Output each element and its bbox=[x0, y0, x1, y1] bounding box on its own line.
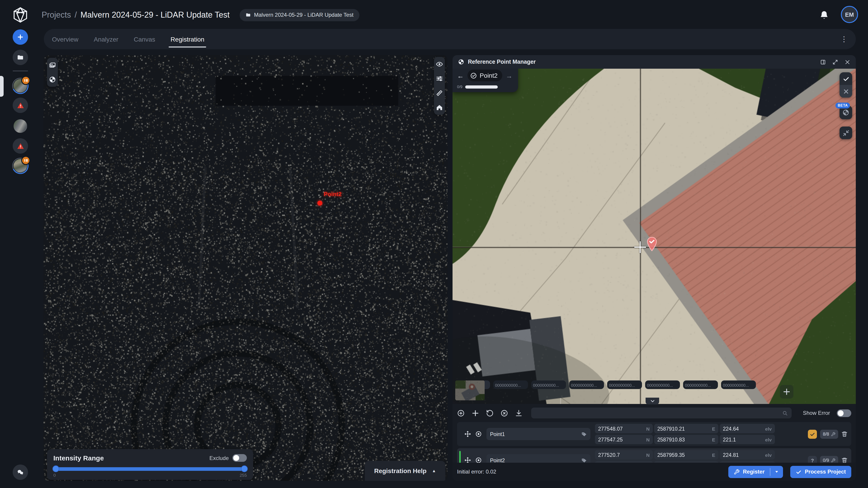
sliders-icon bbox=[436, 75, 443, 82]
aerial-canvas[interactable] bbox=[453, 69, 856, 404]
breadcrumb-projects-link[interactable]: Projects bbox=[41, 10, 71, 20]
registration-help-button[interactable]: Registration Help ▲ bbox=[365, 461, 445, 481]
tab-registration[interactable]: Registration bbox=[170, 33, 205, 45]
beta-badge: BETA bbox=[835, 103, 850, 108]
tab-canvas[interactable]: Canvas bbox=[133, 33, 156, 45]
sidebar-project-thumb-3[interactable] bbox=[12, 158, 29, 174]
user-avatar[interactable]: EM bbox=[841, 6, 858, 23]
coord-field-e[interactable]: 2587910.83E bbox=[654, 435, 718, 444]
image-thumbnail[interactable]: 0000000000... bbox=[569, 381, 604, 389]
app-logo-icon[interactable] bbox=[12, 6, 29, 24]
expand-panel-button[interactable] bbox=[832, 59, 838, 65]
imagery-toggle-button[interactable] bbox=[47, 60, 58, 70]
point-row-1[interactable]: Point1 277548.07N 2587910.21E 224.64elv … bbox=[457, 422, 851, 446]
close-panel-button[interactable] bbox=[844, 59, 850, 65]
aerial-image-viewport[interactable]: ← Point2 → 0/9 BETA A bbox=[453, 69, 856, 404]
image-thumbnail[interactable]: 0000000000... bbox=[645, 381, 680, 389]
coord-field-n[interactable]: 277547.25N bbox=[595, 435, 653, 444]
exclude-toggle[interactable] bbox=[232, 454, 247, 462]
export-points-button[interactable] bbox=[515, 409, 523, 417]
close-icon bbox=[842, 88, 849, 95]
confirm-point-button[interactable] bbox=[839, 72, 852, 85]
point-cloud-viewport[interactable]: Point2 Intensity Range Exclude 0 255 Reg… bbox=[43, 55, 447, 481]
point-image-count-chip[interactable]: 8/8 bbox=[820, 429, 838, 438]
dock-panel-button[interactable] bbox=[820, 59, 826, 65]
point-search-box[interactable] bbox=[531, 408, 792, 418]
slider-handle-min[interactable] bbox=[53, 465, 59, 472]
intensity-max-label: 255 bbox=[240, 473, 247, 478]
capture-point-button[interactable] bbox=[475, 431, 482, 437]
download-icon bbox=[515, 409, 523, 417]
auto-detect-beta-button[interactable]: BETA A bbox=[839, 106, 852, 119]
chat-support-button[interactable] bbox=[13, 464, 28, 480]
coord-field-n[interactable]: 277520.7N bbox=[595, 450, 653, 459]
coord-field-e[interactable]: 2587959.35E bbox=[654, 450, 718, 459]
delete-point-button[interactable] bbox=[841, 431, 848, 437]
visibility-button[interactable] bbox=[434, 59, 445, 69]
previous-point-button[interactable]: ← bbox=[457, 72, 464, 79]
locate-point-button[interactable] bbox=[464, 431, 471, 437]
reference-points-toggle-button[interactable] bbox=[47, 74, 58, 85]
coord-field-n[interactable]: 277548.07N bbox=[595, 424, 653, 433]
sidebar-drawer-handle[interactable] bbox=[0, 76, 4, 97]
check-circle-icon bbox=[470, 72, 477, 79]
measure-button[interactable] bbox=[434, 88, 445, 98]
viewport-view-tools bbox=[434, 57, 445, 115]
coord-field-elv[interactable]: 221.1elv bbox=[720, 435, 775, 444]
new-point-button[interactable] bbox=[471, 409, 479, 417]
point-approved-badge[interactable] bbox=[808, 429, 817, 438]
point-search-input[interactable] bbox=[535, 410, 782, 416]
add-project-button[interactable] bbox=[13, 29, 28, 45]
home-view-button[interactable] bbox=[434, 103, 445, 112]
slider-handle-max[interactable] bbox=[241, 465, 248, 472]
register-split-button[interactable]: Register bbox=[728, 466, 783, 478]
coord-field-elv[interactable]: 224.64elv bbox=[720, 424, 775, 433]
tabbar-menu-kebab-icon[interactable]: ⋮ bbox=[840, 29, 848, 49]
current-point-badge[interactable]: Point2 bbox=[467, 70, 502, 81]
image-thumbnail[interactable]: 0000000000... bbox=[721, 381, 756, 389]
point-name-value: Point2 bbox=[490, 457, 505, 463]
add-point-button[interactable] bbox=[457, 409, 465, 417]
register-options-dropdown[interactable] bbox=[771, 469, 783, 474]
gcp-target-icon bbox=[458, 59, 464, 65]
next-point-button[interactable]: → bbox=[506, 72, 513, 79]
notifications-bell-icon[interactable] bbox=[819, 10, 829, 20]
image-count: 8/8 bbox=[823, 431, 829, 436]
sidebar-project-thumb-2[interactable] bbox=[12, 118, 29, 134]
image-thumbnail[interactable]: 0000000000... bbox=[493, 381, 528, 389]
undo-button[interactable] bbox=[486, 409, 494, 417]
point-name-input[interactable]: Point1 bbox=[487, 428, 590, 440]
image-thumbnail[interactable]: 0000000000... bbox=[531, 381, 566, 389]
collapse-thumbnails-button[interactable] bbox=[646, 398, 659, 404]
clear-points-button[interactable] bbox=[500, 409, 508, 417]
coord-field-elv[interactable]: 224.81elv bbox=[720, 450, 775, 459]
add-image-button[interactable] bbox=[780, 385, 794, 398]
thumbnail-label: 0000000000... bbox=[570, 382, 602, 388]
sidebar-alert-item-1[interactable] bbox=[13, 98, 28, 113]
thumbnail-label: 0000000000... bbox=[532, 382, 565, 388]
project-badge[interactable]: Malvern 2024-05-29 - LiDAR Update Test bbox=[240, 9, 360, 21]
tab-overview[interactable]: Overview bbox=[51, 33, 79, 45]
point-cloud-canvas[interactable] bbox=[43, 55, 447, 481]
point2-cloud-marker[interactable] bbox=[317, 201, 322, 205]
point2-pin-icon[interactable] bbox=[647, 237, 657, 251]
tab-analyzer[interactable]: Analyzer bbox=[93, 33, 119, 45]
fit-view-button[interactable] bbox=[839, 127, 852, 139]
reject-point-button[interactable] bbox=[839, 85, 852, 98]
display-settings-button[interactable] bbox=[434, 74, 445, 84]
panel-layout-icon bbox=[820, 59, 826, 65]
plus-circle-icon bbox=[457, 409, 465, 417]
sidebar-alert-item-2[interactable] bbox=[13, 138, 28, 154]
tag-icon bbox=[581, 457, 587, 463]
coord-field-e[interactable]: 2587910.21E bbox=[654, 424, 718, 433]
intensity-range-slider[interactable] bbox=[53, 467, 247, 471]
exclude-label: Exclude bbox=[210, 455, 229, 461]
projects-folder-button[interactable] bbox=[13, 50, 28, 65]
collapse-arrows-icon bbox=[842, 129, 849, 136]
sidebar-project-thumb-1[interactable] bbox=[12, 78, 29, 94]
process-project-button[interactable]: Process Project bbox=[790, 466, 851, 478]
image-thumbnail[interactable]: 0000000000... bbox=[683, 381, 718, 389]
measured-coords-row: 277547.25N 2587910.83E 221.1elv bbox=[595, 435, 775, 444]
show-error-toggle[interactable] bbox=[837, 409, 851, 417]
image-thumbnail[interactable]: 0000000000... bbox=[607, 381, 642, 389]
